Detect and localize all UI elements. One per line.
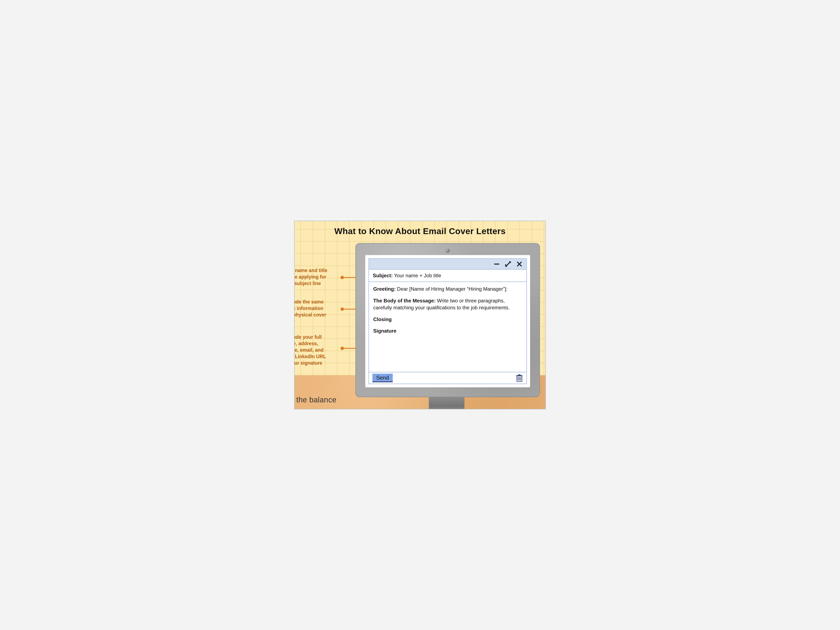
infographic-canvas: What to Know About Email Cover Letters u…	[294, 220, 546, 410]
brand-mark: the balance	[296, 395, 336, 404]
email-compose-window: Subject: Your name + Job title Greeting:…	[368, 258, 527, 384]
greeting-value: Dear [Name of Hiring Manager “Hiring Man…	[397, 286, 507, 292]
email-body-area[interactable]: Greeting: Dear [Name of Hiring Manager “…	[369, 282, 526, 372]
tip-body-info: clude the same sic information a physica…	[294, 299, 341, 324]
page-title: What to Know About Email Cover Letters	[295, 226, 545, 236]
greeting-line: Greeting: Dear [Name of Hiring Manager “…	[373, 285, 522, 293]
svg-rect-10	[518, 374, 520, 375]
subject-value: Your name + Job title	[394, 272, 441, 278]
close-icon[interactable]	[516, 261, 523, 267]
body-label: The Body of the Message:	[373, 298, 436, 304]
send-button[interactable]: Send	[373, 374, 393, 382]
closing-line: Closing	[373, 316, 522, 323]
tip-signature-info: clude your full me, address, one, email,…	[294, 334, 341, 366]
closing-label: Closing	[373, 317, 392, 322]
monitor-screen: Subject: Your name + Job title Greeting:…	[365, 255, 530, 387]
maximize-icon[interactable]	[505, 261, 511, 267]
tip-subject-line: ur name and title u're applying for in s…	[294, 267, 341, 287]
signature-label: Signature	[373, 328, 396, 334]
email-footer-bar: Send	[369, 372, 526, 384]
monitor-stand	[429, 397, 464, 410]
subject-bar[interactable]: Subject: Your name + Job title	[369, 270, 526, 282]
signature-line: Signature	[373, 328, 522, 334]
trash-icon[interactable]	[516, 374, 523, 382]
monitor-frame: Subject: Your name + Job title Greeting:…	[355, 243, 540, 397]
body-line: The Body of the Message: Write two or th…	[373, 297, 522, 311]
window-titlebar	[369, 259, 526, 270]
minimize-icon[interactable]	[494, 261, 500, 267]
subject-label: Subject:	[373, 272, 393, 278]
greeting-label: Greeting:	[373, 286, 396, 292]
